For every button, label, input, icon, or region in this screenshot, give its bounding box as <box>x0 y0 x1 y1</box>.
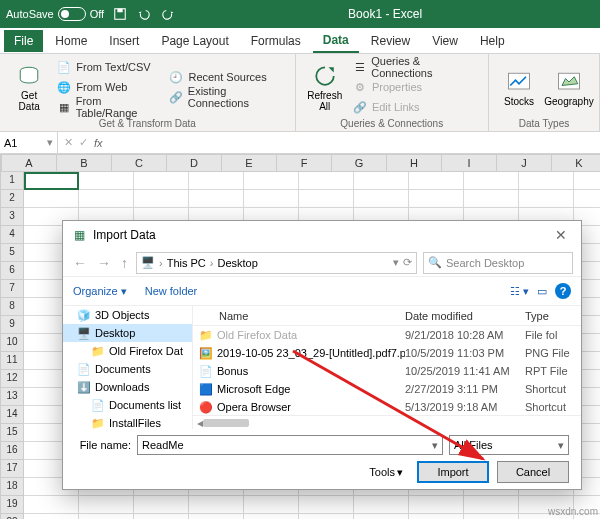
edit-links-button[interactable]: 🔗Edit Links <box>352 98 480 116</box>
preview-pane-icon[interactable]: ▭ <box>537 285 547 298</box>
tab-page-layout[interactable]: Page Layout <box>151 30 238 52</box>
file-filter-dropdown[interactable]: All Files ▾ <box>449 435 569 455</box>
cell[interactable] <box>464 172 519 190</box>
row-header[interactable]: 19 <box>0 496 24 514</box>
cell[interactable] <box>464 496 519 514</box>
nav-item[interactable]: 📄Documents list <box>63 396 192 414</box>
file-row[interactable]: 🟦Microsoft Edge2/27/2019 3:11 PMShortcut <box>193 380 581 398</box>
tab-view[interactable]: View <box>422 30 468 52</box>
from-table-range-button[interactable]: ▦From Table/Range <box>56 98 162 116</box>
row-header[interactable]: 17 <box>0 460 24 478</box>
cancel-button[interactable]: Cancel <box>497 461 569 483</box>
column-header[interactable]: A <box>2 154 57 172</box>
cell[interactable] <box>134 496 189 514</box>
cell[interactable] <box>189 172 244 190</box>
row-header[interactable]: 18 <box>0 478 24 496</box>
cell[interactable] <box>244 190 299 208</box>
cell[interactable] <box>409 514 464 519</box>
up-icon[interactable]: ↑ <box>119 255 130 271</box>
navigation-pane[interactable]: 🧊3D Objects🖥️Desktop📁Old Firefox Dat📄Doc… <box>63 306 193 429</box>
column-header[interactable]: F <box>277 154 332 172</box>
fx-icon[interactable]: fx <box>94 137 103 149</box>
cell[interactable] <box>189 514 244 519</box>
cell[interactable] <box>299 514 354 519</box>
refresh-location-icon[interactable]: ⟳ <box>403 256 412 269</box>
nav-item[interactable]: 🧊3D Objects <box>63 306 192 324</box>
tab-data[interactable]: Data <box>313 29 359 53</box>
view-options-icon[interactable]: ☷ ▾ <box>510 285 529 298</box>
cell[interactable] <box>79 514 134 519</box>
cell[interactable] <box>299 190 354 208</box>
nav-item[interactable]: ⬇️Downloads <box>63 378 192 396</box>
cell[interactable] <box>519 172 574 190</box>
column-header[interactable]: B <box>57 154 112 172</box>
row-header[interactable]: 11 <box>0 352 24 370</box>
enter-formula-icon[interactable]: ✓ <box>79 136 88 149</box>
undo-icon[interactable] <box>136 6 152 22</box>
cell[interactable] <box>134 514 189 519</box>
cell[interactable] <box>354 190 409 208</box>
column-header[interactable]: G <box>332 154 387 172</box>
cell[interactable] <box>24 190 79 208</box>
cell[interactable] <box>299 172 354 190</box>
file-name-input[interactable]: ReadMe ▾ <box>137 435 443 455</box>
horizontal-scrollbar[interactable]: ◂ <box>193 415 581 429</box>
cell[interactable] <box>24 496 79 514</box>
new-folder-button[interactable]: New folder <box>145 285 198 297</box>
row-header[interactable]: 6 <box>0 262 24 280</box>
cell[interactable] <box>244 172 299 190</box>
existing-connections-button[interactable]: 🔗Existing Connections <box>168 88 286 106</box>
chevron-down-icon[interactable]: ▾ <box>432 439 438 452</box>
tools-dropdown[interactable]: Tools ▾ <box>369 466 403 479</box>
row-header[interactable]: 2 <box>0 190 24 208</box>
tab-review[interactable]: Review <box>361 30 420 52</box>
cell[interactable] <box>574 190 600 208</box>
cell[interactable] <box>134 190 189 208</box>
tab-file[interactable]: File <box>4 30 43 52</box>
recent-sources-button[interactable]: 🕘Recent Sources <box>168 68 286 86</box>
cell[interactable] <box>79 190 134 208</box>
tab-home[interactable]: Home <box>45 30 97 52</box>
cell[interactable] <box>134 172 189 190</box>
row-header[interactable]: 1 <box>0 172 24 190</box>
row-header[interactable]: 4 <box>0 226 24 244</box>
column-header[interactable]: D <box>167 154 222 172</box>
cell[interactable] <box>299 496 354 514</box>
row-header[interactable]: 20 <box>0 514 24 519</box>
file-row[interactable]: 📄Bonus10/25/2019 11:41 AMRPT File <box>193 362 581 380</box>
cell[interactable] <box>354 172 409 190</box>
cell[interactable] <box>354 496 409 514</box>
row-header[interactable]: 16 <box>0 442 24 460</box>
cell[interactable] <box>189 190 244 208</box>
cell[interactable] <box>409 496 464 514</box>
column-header[interactable]: K <box>552 154 600 172</box>
help-icon[interactable]: ? <box>555 283 571 299</box>
cell[interactable] <box>354 514 409 519</box>
row-header[interactable]: 15 <box>0 424 24 442</box>
from-web-button[interactable]: 🌐From Web <box>56 78 162 96</box>
cell[interactable] <box>244 496 299 514</box>
name-box[interactable]: A1▾ <box>0 132 58 153</box>
cell[interactable] <box>574 172 600 190</box>
forward-icon[interactable]: → <box>95 255 113 271</box>
file-row[interactable]: 🖼️2019-10-05 23_03_29-[Untitled].pdf7.pd… <box>193 344 581 362</box>
cell[interactable] <box>24 172 79 190</box>
file-list-header[interactable]: Name Date modified Type <box>193 306 581 326</box>
search-input[interactable]: 🔍 Search Desktop <box>423 252 573 274</box>
tab-formulas[interactable]: Formulas <box>241 30 311 52</box>
cell[interactable] <box>79 172 134 190</box>
cell[interactable] <box>409 190 464 208</box>
cancel-formula-icon[interactable]: ✕ <box>64 136 73 149</box>
row-header[interactable]: 10 <box>0 334 24 352</box>
close-icon[interactable]: ✕ <box>549 227 573 243</box>
cell[interactable] <box>79 496 134 514</box>
row-header[interactable]: 13 <box>0 388 24 406</box>
column-header[interactable]: C <box>112 154 167 172</box>
row-header[interactable]: 5 <box>0 244 24 262</box>
column-header[interactable]: E <box>222 154 277 172</box>
file-row[interactable]: 📁Old Firefox Data9/21/2018 10:28 AMFile … <box>193 326 581 344</box>
nav-item[interactable]: 🖥️Desktop <box>63 324 192 342</box>
back-icon[interactable]: ← <box>71 255 89 271</box>
cell[interactable] <box>24 514 79 519</box>
queries-connections-button[interactable]: ☰Queries & Connections <box>352 58 480 76</box>
